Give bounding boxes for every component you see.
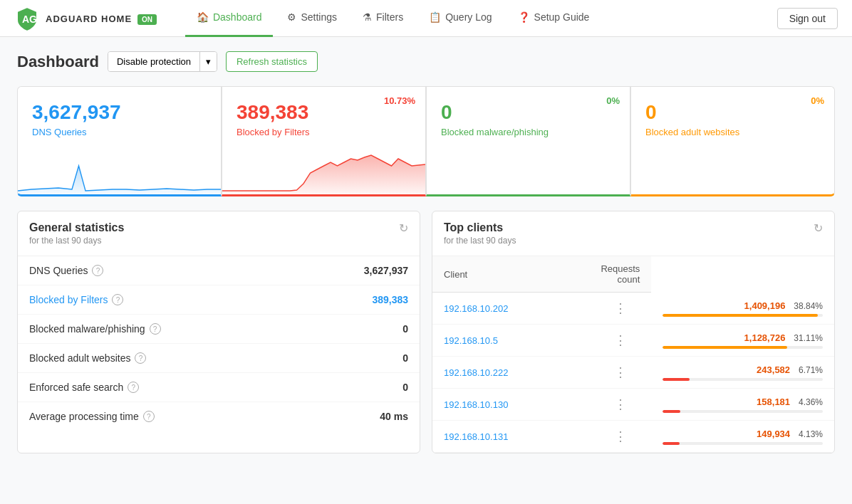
progress-bar-wrap-4 [663, 442, 823, 445]
safe-search-help-icon[interactable]: ? [128, 382, 139, 393]
client-ip-1[interactable]: 192.168.10.5 [444, 335, 498, 346]
stat-cards: 3,627,937 DNS Queries 10.73% 389,3 [17, 86, 835, 196]
page-content: Dashboard Disable protection ▾ Refresh s… [0, 37, 852, 468]
blocked-filters-row-value: 389,383 [372, 294, 408, 305]
nav-settings[interactable]: ⚙ Settings [276, 0, 348, 37]
general-stats-refresh-button[interactable]: ↻ [399, 221, 408, 235]
blocked-malware-row-value: 0 [402, 323, 408, 335]
dns-queries-row-label: DNS Queries ? [29, 265, 103, 276]
top-clients-refresh-button[interactable]: ↻ [814, 221, 823, 235]
blocked-filters-row-label[interactable]: Blocked by Filters ? [29, 294, 123, 305]
client-more-icon-1[interactable]: ⋮ [614, 333, 627, 347]
stat-card-blocked-adult: 0% 0 Blocked adult websites [630, 86, 835, 196]
safe-search-row-label: Enforced safe search ? [29, 382, 139, 393]
home-icon: 🏠 [197, 11, 209, 23]
bottom-section: General statistics for the last 90 days … [17, 211, 835, 453]
client-count-0: 1,409,196 [744, 300, 786, 311]
blocked-adult-value: 0 [645, 101, 820, 124]
dns-queries-chart [18, 145, 221, 194]
clients-table-body: 192.168.10.202 ⋮ 1,409,196 38.84% 192.16… [432, 293, 834, 453]
page-title: Dashboard [17, 53, 99, 71]
safe-search-row-value: 0 [402, 382, 408, 393]
dns-queries-value: 3,627,937 [32, 101, 207, 124]
page-header: Dashboard Disable protection ▾ Refresh s… [17, 51, 835, 72]
progress-bar-1 [663, 346, 787, 349]
stat-card-blocked-filters: 10.73% 389,383 Blocked by Filters [222, 86, 426, 196]
stat-card-blocked-malware: 0% 0 Blocked malware/phishing [426, 86, 630, 196]
blocked-filters-help-icon[interactable]: ? [112, 294, 123, 305]
client-pct-1: 31.11% [794, 333, 823, 343]
blocked-malware-value: 0 [441, 101, 615, 124]
client-count-4: 149,934 [757, 429, 790, 439]
top-clients-header: Top clients for the last 90 days ↻ [432, 211, 834, 256]
blocked-adult-row-label: Blocked adult websites ? [29, 352, 146, 364]
general-statistics-panel: General statistics for the last 90 days … [17, 211, 420, 453]
disable-protection-button[interactable]: Disable protection [108, 52, 200, 71]
signout-button[interactable]: Sign out [777, 8, 838, 29]
brand-on-badge: ON [137, 14, 157, 25]
client-ip-cell-3: 192.168.10.130 [432, 388, 589, 420]
client-pct-2: 6.71% [799, 365, 823, 375]
blocked-filters-label: Blocked by Filters [237, 127, 411, 137]
table-row: 192.168.10.202 ⋮ 1,409,196 38.84% [432, 293, 834, 325]
nav-dashboard[interactable]: 🏠 Dashboard [185, 0, 274, 37]
brand-name: ADGUARD HOME [46, 14, 132, 24]
client-more-icon-3[interactable]: ⋮ [614, 397, 627, 411]
stat-row-dns-queries: DNS Queries ? 3,627,937 [18, 256, 420, 285]
nav-querylog[interactable]: 📋 Query Log [417, 0, 503, 37]
client-ip-4[interactable]: 192.168.10.131 [444, 431, 508, 442]
progress-bar-0 [663, 314, 818, 317]
client-more-icon-4[interactable]: ⋮ [614, 429, 627, 443]
client-count-2: 243,582 [757, 364, 790, 375]
client-count-cell-0: 1,409,196 38.84% [651, 293, 834, 325]
top-clients-panel: Top clients for the last 90 days ↻ Clien… [432, 211, 835, 453]
blocked-filters-chart [222, 145, 425, 194]
avg-processing-row-label: Average processing time ? [29, 411, 155, 422]
client-ip-0[interactable]: 192.168.10.202 [444, 303, 508, 314]
client-count-1: 1,128,726 [744, 332, 786, 343]
progress-bar-wrap-3 [663, 410, 823, 413]
client-count-cell-2: 243,582 6.71% [651, 356, 834, 388]
filters-icon: ⚗ [363, 11, 372, 23]
table-row: 192.168.10.130 ⋮ 158,181 4.36% [432, 388, 834, 420]
table-row: 192.168.10.131 ⋮ 149,934 4.13% [432, 420, 834, 452]
blocked-malware-help-icon[interactable]: ? [150, 323, 161, 335]
clients-table-head: Client Requests count [432, 256, 834, 293]
progress-bar-3 [663, 410, 680, 413]
nav-filters[interactable]: ⚗ Filters [351, 0, 415, 37]
stat-card-dns-queries: 3,627,937 DNS Queries [17, 86, 222, 196]
client-more-icon-2[interactable]: ⋮ [614, 365, 627, 379]
client-more-icon-0[interactable]: ⋮ [614, 301, 627, 315]
dns-queries-help-icon[interactable]: ? [92, 265, 103, 276]
client-ip-2[interactable]: 192.168.10.222 [444, 367, 508, 378]
progress-bar-4 [663, 442, 679, 445]
refresh-statistics-button[interactable]: Refresh statistics [226, 51, 318, 72]
svg-marker-1 [18, 166, 221, 194]
disable-protection-chevron[interactable]: ▾ [200, 52, 217, 71]
progress-bar-2 [663, 378, 690, 381]
adguard-logo: AG [14, 6, 40, 31]
top-clients-table: Client Requests count 192.168.10.202 ⋮ 1… [432, 256, 834, 453]
client-actions-cell-2: ⋮ [589, 356, 651, 388]
client-ip-3[interactable]: 192.168.10.130 [444, 399, 508, 410]
top-clients-subtitle: for the last 90 days [444, 236, 516, 246]
client-col-header: Client [432, 256, 589, 293]
disable-protection-group: Disable protection ▾ [108, 51, 217, 72]
blocked-malware-percent: 0% [606, 95, 620, 106]
stat-row-blocked-adult: Blocked adult websites ? 0 [18, 344, 420, 373]
nav-setupguide[interactable]: ❓ Setup Guide [506, 0, 601, 37]
setupguide-icon: ❓ [518, 11, 530, 23]
nav-links: 🏠 Dashboard ⚙ Settings ⚗ Filters 📋 Query… [185, 0, 777, 37]
progress-bar-wrap-2 [663, 378, 823, 381]
client-ip-cell-1: 192.168.10.5 [432, 324, 589, 356]
client-count-3: 158,181 [757, 397, 790, 407]
avg-processing-help-icon[interactable]: ? [143, 411, 155, 422]
progress-bar-wrap-0 [663, 314, 823, 317]
blocked-adult-help-icon[interactable]: ? [135, 352, 146, 364]
requests-col-header: Requests count [589, 256, 651, 293]
general-stats-subtitle: for the last 90 days [29, 236, 124, 246]
client-count-cell-4: 149,934 4.13% [651, 420, 834, 452]
client-actions-cell-0: ⋮ [589, 293, 651, 325]
svg-text:AG: AG [22, 14, 37, 25]
progress-bar-wrap-1 [663, 346, 823, 349]
